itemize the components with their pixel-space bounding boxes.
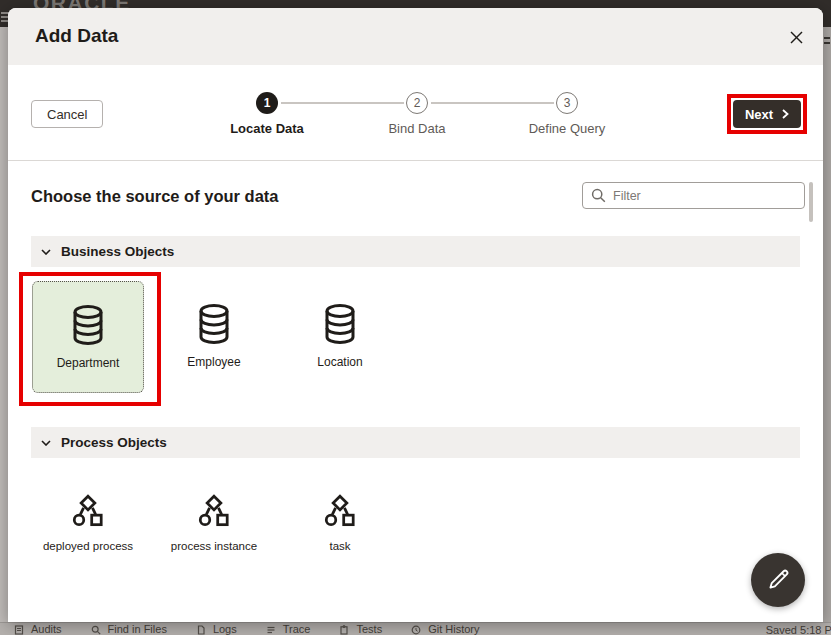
section-business-objects[interactable]: Business Objects — [31, 236, 800, 267]
step-define-query[interactable]: 3 Define Query — [497, 92, 637, 136]
tests-icon — [339, 625, 349, 635]
tile-label: Employee — [187, 355, 240, 369]
search-icon — [91, 625, 101, 635]
footer-item-label: Find in Files — [108, 623, 167, 635]
search-icon — [591, 188, 606, 203]
tile-label: process instance — [171, 540, 257, 552]
footer-item-find-in-files[interactable]: Find in Files — [91, 623, 167, 635]
scrollbar-thumb[interactable] — [809, 182, 813, 222]
step-label: Define Query — [497, 121, 637, 136]
dialog-title: Add Data — [35, 25, 118, 47]
filter-input[interactable] — [613, 189, 796, 203]
tile-deployed-process[interactable]: deployed process — [25, 493, 151, 552]
footer-item-label: Tests — [356, 623, 382, 635]
step-number: 3 — [556, 92, 578, 114]
next-button-label: Next — [745, 107, 773, 122]
clock-icon — [411, 625, 421, 635]
tile-label: Department — [57, 356, 120, 370]
footer-item-label: Logs — [213, 623, 237, 635]
footer-item-logs[interactable]: Logs — [196, 623, 237, 635]
step-number: 2 — [406, 92, 428, 114]
tile-department[interactable]: Department — [32, 281, 144, 393]
database-icon — [66, 303, 110, 347]
close-button[interactable] — [785, 26, 807, 48]
page-title: Choose the source of your data — [31, 187, 279, 206]
step-label: Bind Data — [347, 121, 487, 136]
process-hierarchy-icon — [195, 493, 233, 531]
footer-item-audits[interactable]: Audits — [14, 623, 62, 635]
section-label: Process Objects — [61, 435, 167, 450]
page-right-edge — [823, 27, 831, 622]
footer-item-label: Git History — [428, 623, 479, 635]
footer-item-trace[interactable]: Trace — [266, 623, 311, 635]
pencil-icon — [765, 567, 791, 593]
tile-process-instance[interactable]: process instance — [151, 493, 277, 552]
footer-item-git-history[interactable]: Git History — [411, 623, 479, 635]
tile-label: deployed process — [43, 540, 133, 552]
filter-field[interactable] — [582, 182, 805, 209]
logs-icon — [196, 625, 206, 635]
chevron-down-icon — [41, 440, 51, 446]
trace-icon — [266, 625, 276, 635]
edit-fab-button[interactable] — [751, 553, 805, 607]
chevron-down-icon — [41, 249, 51, 255]
footer-item-label: Audits — [31, 623, 62, 635]
section-process-objects[interactable]: Process Objects — [31, 427, 800, 458]
saved-status: Saved 5:18 PM — [766, 624, 831, 635]
audits-icon — [14, 625, 24, 635]
step-number: 1 — [256, 92, 278, 114]
footer-item-label: Trace — [283, 623, 311, 635]
tile-employee[interactable]: Employee — [158, 281, 270, 393]
step-locate-data[interactable]: 1 Locate Data — [197, 92, 337, 136]
cancel-button[interactable]: Cancel — [31, 100, 103, 128]
database-icon — [192, 302, 236, 346]
edge-mark — [824, 37, 830, 39]
close-icon — [790, 31, 803, 44]
footer-item-tests[interactable]: Tests — [339, 623, 382, 635]
step-label: Locate Data — [197, 121, 337, 136]
next-button[interactable]: Next — [733, 100, 801, 128]
tile-label: Location — [317, 355, 362, 369]
database-icon — [318, 302, 362, 346]
dialog-header: Add Data — [8, 8, 823, 65]
tile-label: task — [329, 540, 350, 552]
add-data-dialog: Add Data Cancel 1 Locate Data 2 Bind Dat… — [8, 8, 823, 622]
tile-location[interactable]: Location — [284, 281, 396, 393]
tile-task[interactable]: task — [277, 493, 403, 552]
status-footer-bar: Audits Find in Files Logs Trace Tests Gi… — [0, 622, 831, 635]
process-hierarchy-icon — [69, 493, 107, 531]
divider — [8, 160, 823, 161]
step-bind-data[interactable]: 2 Bind Data — [347, 92, 487, 136]
process-hierarchy-icon — [321, 493, 359, 531]
section-label: Business Objects — [61, 244, 174, 259]
chevron-right-icon — [782, 109, 789, 119]
page-left-edge — [0, 27, 8, 622]
edge-mark — [824, 42, 830, 44]
